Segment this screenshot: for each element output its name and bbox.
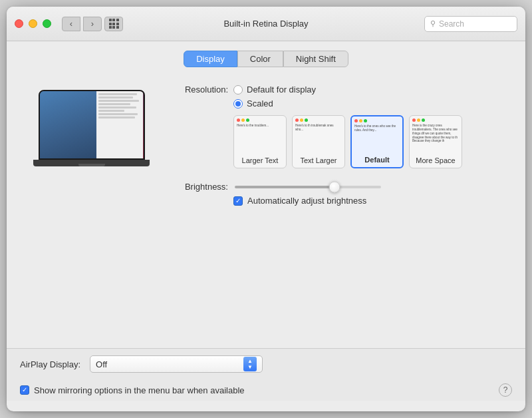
mirroring-checkbox[interactable]: ✓ xyxy=(20,385,29,395)
airplay-label: AirPlay Display: xyxy=(20,359,80,369)
scale-card-more-space-inner: Here is the crazy ones troublemakers. Th… xyxy=(410,116,462,156)
help-button[interactable]: ? xyxy=(499,383,512,397)
resolution-label: Resolution: xyxy=(170,85,228,95)
scale-mini-text-3: Here's to the ones who see the rules. An… xyxy=(354,124,400,132)
scale-card-larger-text-label: Larger Text xyxy=(242,156,279,164)
nav-buttons: ‹ › xyxy=(62,17,102,31)
screen-wallpaper xyxy=(40,91,97,158)
resolution-default-option[interactable]: Default for display xyxy=(233,85,316,95)
brightness-thumb[interactable] xyxy=(329,181,340,192)
brightness-label: Brightness: xyxy=(170,182,228,192)
scale-card-more-space[interactable]: Here is the crazy ones troublemakers. Th… xyxy=(409,115,462,168)
screen-content xyxy=(40,91,144,158)
traffic-lights xyxy=(15,19,51,28)
scale-mini-header-3 xyxy=(354,119,400,122)
brightness-slider[interactable] xyxy=(235,186,381,188)
tabs-row: Display Color Night Shift xyxy=(7,41,525,74)
maximize-button[interactable] xyxy=(43,19,51,28)
mini-dot-green-4 xyxy=(422,118,425,122)
resolution-default-row: Resolution: Default for display xyxy=(170,85,499,95)
laptop-base xyxy=(33,160,150,166)
resolution-scaled-row: Scaled xyxy=(233,99,499,108)
screen-document xyxy=(96,91,143,158)
airplay-select[interactable]: Off ▲ ▼ xyxy=(90,355,263,373)
mini-dot-red-1 xyxy=(237,118,240,122)
mini-dot-red-3 xyxy=(354,119,358,122)
titlebar: ‹ › Built-in Retina Display ⚲ Search xyxy=(7,7,525,41)
search-box[interactable]: ⚲ Search xyxy=(424,16,517,32)
content-area: Resolution: Default for display Scaled xyxy=(7,74,525,411)
back-button[interactable]: ‹ xyxy=(62,17,80,31)
mini-dot-red-4 xyxy=(412,118,416,122)
mirroring-checkmark-icon: ✓ xyxy=(22,387,27,393)
grid-icon xyxy=(109,19,119,29)
airplay-chevron-icon: ▲ ▼ xyxy=(243,357,257,371)
scale-options: Here's to the troublem... Larger Text xyxy=(233,115,499,168)
grid-button[interactable] xyxy=(104,17,123,31)
mini-dot-green-1 xyxy=(246,118,249,122)
tab-nightshift[interactable]: Night Shift xyxy=(283,51,348,67)
scale-card-text-larger[interactable]: Here's to th troublemak ones who... Text… xyxy=(292,115,345,168)
chevron-up-icon: ▲ xyxy=(247,359,253,364)
laptop-screen-body xyxy=(39,90,145,160)
search-icon: ⚲ xyxy=(430,19,436,28)
main-window: ‹ › Built-in Retina Display ⚲ Search Dis… xyxy=(7,7,525,411)
mini-dot-yellow-1 xyxy=(241,118,245,122)
scale-card-larger-text[interactable]: Here's to the troublem... Larger Text xyxy=(233,115,287,168)
resolution-default-radio[interactable] xyxy=(233,85,243,95)
resolution-default-label: Default for display xyxy=(247,85,316,95)
resolution-scaled-radio[interactable] xyxy=(233,99,243,108)
mirroring-label: Show mirroring options in the menu bar w… xyxy=(34,385,245,395)
mini-dot-green-2 xyxy=(305,118,308,122)
close-button[interactable] xyxy=(15,19,23,28)
scale-mini-text-1: Here's to the troublem... xyxy=(237,124,283,128)
scale-card-default-inner: Here's to the ones who see the rules. An… xyxy=(352,116,402,156)
scale-mini-header-2 xyxy=(295,118,342,122)
scale-card-text-larger-label: Text Larger xyxy=(300,156,336,164)
help-icon: ? xyxy=(503,385,508,395)
checkmark-icon: ✓ xyxy=(235,198,241,204)
search-placeholder: Search xyxy=(439,19,464,29)
scale-card-larger-text-inner: Here's to the troublem... xyxy=(234,116,286,156)
mini-dot-red-2 xyxy=(295,118,299,122)
window-title: Built-in Retina Display xyxy=(223,19,308,29)
resolution-scaled-option[interactable]: Scaled xyxy=(233,99,273,108)
brightness-section: Brightness: ✓ Automatically adjust brigh… xyxy=(170,182,499,206)
scale-mini-text-2: Here's to th troublemak ones who... xyxy=(295,124,342,132)
airplay-bar: AirPlay Display: Off ▲ ▼ xyxy=(7,348,525,379)
tab-color[interactable]: Color xyxy=(237,51,283,67)
scale-mini-text-4: Here is the crazy ones troublemakers. Th… xyxy=(412,124,459,143)
mini-dot-yellow-4 xyxy=(417,118,420,122)
settings-panel: Resolution: Default for display Scaled xyxy=(170,85,499,206)
mini-dot-yellow-2 xyxy=(300,118,303,122)
scale-mini-header-4 xyxy=(412,118,459,122)
resolution-scaled-label: Scaled xyxy=(247,99,273,108)
tab-display[interactable]: Display xyxy=(184,51,237,67)
airplay-value: Off xyxy=(96,359,107,369)
chevron-down-icon: ▼ xyxy=(247,365,253,370)
auto-brightness-label: Automatically adjust brightness xyxy=(247,196,366,206)
resolution-section: Resolution: Default for display Scaled xyxy=(170,85,499,168)
scale-card-default-label: Default xyxy=(364,156,389,164)
scale-card-more-space-label: More Space xyxy=(416,156,455,164)
mini-dot-green-3 xyxy=(364,119,367,122)
scale-mini-header-1 xyxy=(237,118,283,122)
mini-dot-yellow-3 xyxy=(359,119,362,122)
laptop-image xyxy=(33,90,150,170)
laptop-screen xyxy=(40,91,144,158)
mirroring-row: ✓ Show mirroring options in the menu bar… xyxy=(7,379,525,401)
scale-card-text-larger-inner: Here's to th troublemak ones who... xyxy=(293,116,344,156)
laptop-preview xyxy=(33,90,150,170)
scale-card-default[interactable]: Here's to the ones who see the rules. An… xyxy=(350,115,404,168)
main-section: Resolution: Default for display Scaled xyxy=(7,85,525,348)
auto-brightness-checkbox[interactable]: ✓ xyxy=(233,196,243,206)
auto-brightness-row: ✓ Automatically adjust brightness xyxy=(233,196,499,206)
minimize-button[interactable] xyxy=(29,19,37,28)
brightness-row: Brightness: xyxy=(170,182,499,192)
forward-button[interactable]: › xyxy=(83,17,102,31)
